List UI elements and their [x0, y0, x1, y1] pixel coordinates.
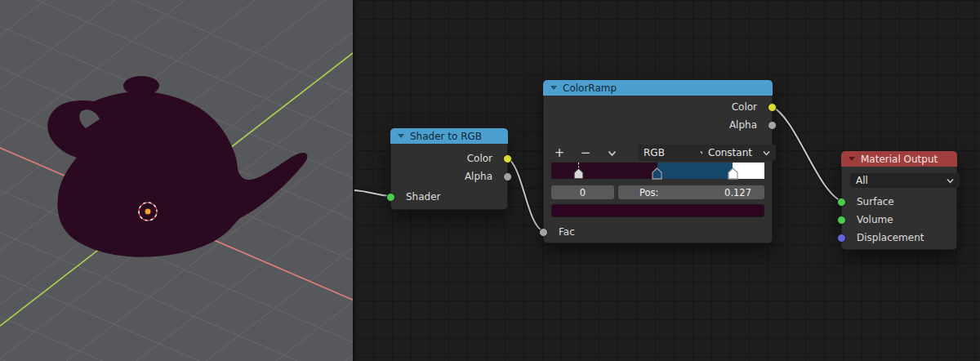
blender-window: Shader to RGB Color Alpha Shader ColorRa… [0, 0, 980, 361]
input-label-volume: Volume [857, 214, 893, 225]
input-label-surface: Surface [857, 196, 894, 207]
ramp-stop-handle-shape [728, 168, 737, 179]
ramp-stop-handle[interactable] [573, 167, 584, 180]
collapse-triangle-icon[interactable] [849, 157, 855, 161]
chevron-down-icon [763, 150, 770, 156]
shader-node-editor[interactable]: Shader to RGB Color Alpha Shader ColorRa… [353, 0, 980, 361]
ramp-options-dropdown[interactable] [603, 145, 621, 161]
ramp-segment [551, 163, 657, 179]
output-label-color: Color [732, 101, 757, 113]
input-label-displacement: Displacement [857, 232, 924, 243]
socket-fac-input[interactable] [539, 228, 548, 237]
chevron-down-icon [608, 150, 617, 157]
output-label-alpha: Alpha [465, 171, 492, 182]
node-title: Shader to RGB [410, 131, 482, 142]
collapse-triangle-icon[interactable] [398, 134, 404, 138]
socket-shader-input[interactable] [386, 193, 395, 202]
input-label-shader: Shader [406, 191, 441, 203]
socket-color-output[interactable] [503, 154, 512, 163]
wire-into-shader-input [354, 190, 390, 196]
output-target-dropdown[interactable]: All [850, 173, 960, 188]
stop-index-field[interactable]: 0 [551, 185, 614, 199]
ramp-stop-handle[interactable] [728, 167, 738, 180]
node-title: Material Output [861, 154, 938, 165]
node-colorramp[interactable]: ColorRamp Color Alpha + − RGB Constant 0 [543, 80, 773, 243]
color-mode-value: RGB [644, 147, 665, 158]
socket-displacement-input[interactable] [837, 234, 846, 243]
add-stop-button[interactable]: + [550, 145, 568, 161]
interpolation-value: Constant [708, 147, 752, 158]
pos-value: 0.127 [724, 187, 764, 198]
input-label-fac: Fac [559, 226, 575, 238]
stop-position-field[interactable]: Pos: 0.127 [618, 185, 764, 199]
node-shader-to-rgb[interactable]: Shader to RGB Color Alpha Shader [390, 128, 508, 210]
pos-label: Pos: [618, 187, 658, 198]
socket-surface-input[interactable] [837, 198, 846, 207]
output-label-alpha: Alpha [729, 119, 757, 131]
collapse-triangle-icon[interactable] [550, 86, 557, 90]
colorramp-gradient-bar[interactable] [551, 163, 764, 179]
ramp-segment [657, 163, 733, 179]
stop-index-value: 0 [551, 187, 614, 198]
ramp-stop-handle[interactable] [652, 167, 662, 180]
ramp-stop-handle-shape [653, 168, 662, 179]
node-header-colorramp[interactable]: ColorRamp [543, 80, 773, 96]
interpolation-dropdown[interactable]: Constant [702, 145, 776, 161]
3d-viewport[interactable] [0, 0, 353, 361]
wire-color-to-fac [506, 158, 543, 231]
socket-color-output[interactable] [768, 103, 777, 112]
output-label-color: Color [467, 153, 492, 164]
socket-alpha-output[interactable] [503, 172, 512, 181]
socket-alpha-output[interactable] [768, 121, 777, 130]
stop-color-swatch[interactable] [551, 204, 764, 217]
3d-cursor [135, 198, 162, 225]
remove-stop-button[interactable]: − [577, 145, 595, 161]
node-material-output[interactable]: Material Output All Surface Volume Displ… [841, 151, 957, 250]
node-header-shader-to-rgb[interactable]: Shader to RGB [390, 128, 508, 144]
wire-colorramp-to-surface [771, 106, 841, 201]
ramp-stop-handle-shape [574, 168, 583, 179]
chevron-down-icon [947, 178, 954, 184]
node-title: ColorRamp [563, 82, 617, 94]
socket-volume-input[interactable] [837, 216, 846, 225]
node-header-material-output[interactable]: Material Output [841, 151, 957, 167]
output-target-value: All [856, 175, 868, 186]
